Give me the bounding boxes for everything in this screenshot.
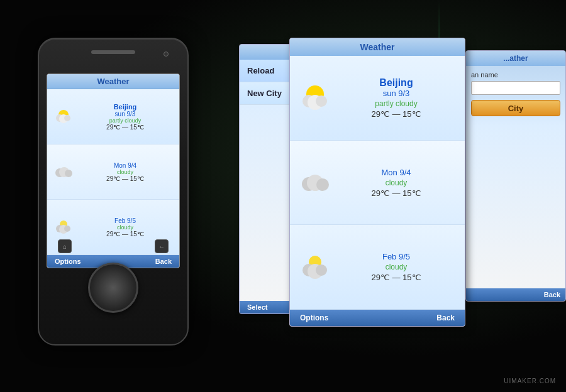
phone-condition-1: partly cloudy — [76, 117, 174, 124]
panel1-date-2: Mon 9/4 — [335, 168, 457, 177]
phone-back-button[interactable]: ← — [155, 239, 169, 253]
phone-date-2: Mon 9/4 — [76, 162, 174, 169]
panel3-input[interactable] — [471, 81, 560, 95]
phone-weather-header: Weather — [47, 74, 179, 89]
svg-point-10 — [64, 226, 70, 232]
panel3-content: an name City — [466, 66, 565, 121]
phone-weather-icon-3 — [52, 215, 76, 239]
svg-point-17 — [316, 178, 329, 191]
panel1-date-1: sun 9/3 — [335, 89, 457, 98]
phone-temp-3: 29℃ — 15℃ — [76, 231, 174, 237]
panel1-condition-3: cloudy — [335, 263, 457, 271]
panel1-condition-2: cloudy — [335, 178, 457, 187]
panel3-city-button[interactable]: City — [471, 100, 560, 116]
panel1-icon-3 — [297, 248, 335, 286]
phone-city-1: Beijing — [76, 103, 174, 111]
panel1-footer: Options Back — [290, 310, 465, 326]
phone-back-btn[interactable]: Back — [155, 258, 172, 265]
phone-condition-3: cloudy — [76, 224, 174, 231]
phone-date-3: Feb 9/5 — [76, 217, 174, 224]
svg-point-14 — [316, 95, 327, 107]
panel2-select-btn[interactable]: Select — [247, 303, 267, 311]
panel1-temp-2: 29℃ — 15℃ — [335, 188, 457, 198]
panel1-city-1: Beijing — [335, 77, 457, 89]
panel1-row-3: Feb 9/5 cloudy 29℃ — 15℃ — [290, 225, 465, 310]
phone-weather-info-3: Feb 9/5 cloudy 29℃ — 15℃ — [76, 217, 174, 237]
panel1-info-2: Mon 9/4 cloudy 29℃ — 15℃ — [335, 168, 457, 198]
phone-weather-row-2: Mon 9/4 cloudy 29℃ — 15℃ — [47, 144, 179, 200]
phone-condition-2: cloudy — [76, 169, 174, 175]
phone-camera — [164, 52, 169, 57]
phone-date-1: sun 9/3 — [76, 111, 174, 117]
panel1-header: Weather — [290, 38, 465, 56]
phone-temp-2: 29℃ — 15℃ — [76, 175, 174, 182]
weather-screen: Weather Beijing sun 9/3 partly cloudy 29… — [47, 74, 179, 268]
panel1-icon-2 — [297, 164, 335, 202]
phone-weather-info-1: Beijing sun 9/3 partly cloudy 29℃ — 15℃ — [76, 103, 174, 131]
panel-main-weather: Weather Beijing sun 9/3 partly cloudy 29… — [289, 38, 465, 327]
phone-weather-icon-2 — [52, 160, 76, 184]
panel1-temp-3: 29℃ — 15℃ — [335, 273, 457, 282]
panel3-label: an name — [471, 71, 560, 79]
panel1-row-2: Mon 9/4 cloudy 29℃ — 15℃ — [290, 141, 465, 226]
panel3-back-btn[interactable]: Back — [544, 291, 560, 298]
svg-point-6 — [65, 170, 72, 177]
panel3-footer: Back — [466, 288, 565, 301]
panel1-back-btn[interactable]: Back — [436, 313, 455, 322]
panel1-date-3: Feb 9/5 — [335, 252, 457, 261]
phone-home-button[interactable]: ⌂ — [58, 239, 72, 253]
panel-city-input: ...ather an name City Back — [465, 50, 566, 302]
panel1-temp-1: 29℃ — 15℃ — [335, 109, 457, 119]
panel1-condition-1: partly cloudy — [335, 99, 457, 108]
panel1-icon-1 — [297, 79, 335, 117]
panel1-row-1: Beijing sun 9/3 partly cloudy 29℃ — 15℃ — [290, 56, 465, 141]
panel1-options-btn[interactable]: Options — [300, 313, 328, 322]
watermark: UIMAKER.COM — [504, 378, 556, 384]
phone-device: Weather Beijing sun 9/3 partly cloudy 29… — [38, 38, 189, 346]
svg-point-21 — [316, 264, 327, 276]
phone-dpad[interactable] — [88, 263, 138, 313]
phone-weather-icon-1 — [52, 105, 76, 129]
phone-temp-1: 29℃ — 15℃ — [76, 124, 174, 131]
svg-point-3 — [64, 115, 70, 121]
panels-area: ...ather an name City Back Weath... Relo… — [239, 38, 566, 327]
phone-weather-row-1: Beijing sun 9/3 partly cloudy 29℃ — 15℃ — [47, 89, 179, 144]
phone-options-btn[interactable]: Options — [55, 258, 81, 265]
watermark-text: UIMAKER.COM — [504, 378, 556, 384]
phone-speaker — [91, 50, 135, 54]
panel3-header: ...ather — [466, 51, 565, 66]
panel1-info-3: Feb 9/5 cloudy 29℃ — 15℃ — [335, 252, 457, 282]
phone-weather-info-2: Mon 9/4 cloudy 29℃ — 15℃ — [76, 162, 174, 182]
panel1-info-1: Beijing sun 9/3 partly cloudy 29℃ — 15℃ — [335, 77, 457, 119]
